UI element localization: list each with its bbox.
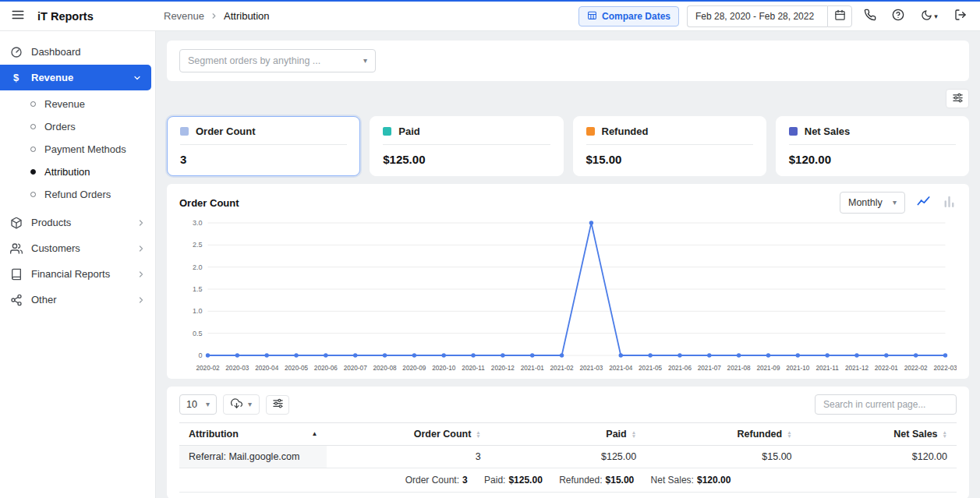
stat-card-paid[interactable]: Paid $125.00 (370, 116, 563, 176)
body-row: Dashboard $ Revenue Revenue Orders (0, 31, 980, 498)
stat-card-net-sales[interactable]: Net Sales $120.00 (776, 116, 969, 176)
logout-button[interactable] (950, 6, 971, 26)
chart-point (766, 353, 770, 357)
stat-card-refunded[interactable]: Refunded $15.00 (573, 116, 766, 176)
topbar-left: iT Reports (8, 6, 157, 26)
table-card: 10 ▾ ▾ (167, 387, 969, 498)
help-button[interactable] (888, 6, 908, 26)
caret-down-icon: ▾ (206, 401, 210, 408)
column-header-net-sales[interactable]: Net Sales ▲▼ (801, 423, 957, 446)
cell-refunded: $15.00 (646, 446, 801, 468)
column-header-order-count[interactable]: Order Count ▲▼ (327, 423, 490, 446)
x-tick-label: 2021-01 (521, 365, 544, 372)
stat-value: $15.00 (586, 145, 753, 166)
date-range-input[interactable] (687, 5, 827, 27)
logout-icon (954, 9, 967, 23)
summary-net-sales: Net Sales:$120.00 (651, 475, 731, 486)
line-chart-toggle[interactable] (916, 194, 931, 211)
sidebar-item-customers[interactable]: Customers (0, 235, 155, 261)
breadcrumb: Revenue Attribution (164, 10, 270, 22)
page-size-value: 10 (186, 399, 197, 410)
sidebar-subitem-payment-methods[interactable]: Payment Methods (0, 138, 155, 161)
chart-point (943, 353, 947, 357)
open-calendar-button[interactable] (827, 5, 852, 27)
summary-refunded: Refunded:$15.00 (559, 475, 634, 486)
date-range-picker (687, 5, 852, 27)
breadcrumb-parent[interactable]: Revenue (164, 10, 204, 22)
help-circle-icon (892, 9, 904, 23)
column-header-paid[interactable]: Paid ▲▼ (490, 423, 646, 446)
bullet-icon (30, 192, 36, 197)
app-root: iT Reports Revenue Attribution Compare D… (0, 0, 980, 498)
x-tick-label: 2022-02 (904, 365, 928, 372)
sidebar-item-label: Products (31, 217, 71, 228)
segment-select[interactable]: Segment orders by anything ... ▾ (179, 49, 376, 72)
bullet-icon (30, 124, 36, 129)
y-tick-label: 3.0 (193, 219, 203, 227)
table-filter-button[interactable] (266, 395, 289, 415)
metrics-settings-button[interactable] (946, 89, 969, 108)
chart-point (501, 353, 504, 357)
bar-chart-toggle[interactable] (942, 194, 957, 211)
theme-menu-button[interactable]: ▾ (916, 6, 943, 26)
compare-dates-button[interactable]: Compare Dates (578, 6, 679, 26)
x-tick-label: 2020-06 (314, 365, 338, 372)
chart-point (206, 353, 210, 357)
sort-icon: ▲▼ (787, 430, 791, 438)
export-button[interactable]: ▾ (223, 394, 260, 415)
stat-head: Paid (383, 125, 550, 145)
chart-point (294, 353, 298, 357)
x-tick-label: 2020-07 (344, 365, 367, 372)
sliders-icon (272, 397, 284, 411)
column-label: Net Sales (893, 429, 937, 440)
contact-support-button[interactable] (860, 6, 880, 26)
net-sales-swatch (789, 127, 798, 136)
chart-point (707, 353, 711, 357)
sidebar-subitem-attribution[interactable]: Attribution (0, 161, 155, 183)
sidebar-item-products[interactable]: Products (0, 210, 155, 235)
chart-controls: Monthly ▾ (840, 192, 957, 214)
stats-row: Order Count 3 Paid $125.00 Refunded (167, 116, 969, 176)
stat-card-order-count[interactable]: Order Count 3 (167, 116, 360, 176)
column-label: Refunded (737, 429, 782, 440)
chart-point (648, 353, 652, 357)
sidebar-item-dashboard[interactable]: Dashboard (0, 39, 155, 65)
app-title: iT Reports (37, 10, 94, 23)
sidebar-item-financial-reports[interactable]: Financial Reports (0, 261, 155, 287)
x-tick-label: 2021-04 (609, 365, 632, 372)
book-icon (9, 268, 23, 281)
cell-attribution: Referral: Mail.google.com (179, 446, 327, 468)
x-tick-label: 2021-02 (550, 365, 574, 372)
stat-value: $125.00 (383, 145, 550, 166)
x-tick-label: 2022-03 (933, 365, 957, 372)
sidebar-subitem-label: Revenue (44, 98, 85, 110)
compare-dates-label: Compare Dates (602, 11, 670, 22)
granularity-select[interactable]: Monthly ▾ (840, 192, 905, 214)
sidebar: Dashboard $ Revenue Revenue Orders (0, 31, 156, 498)
sidebar-item-label: Customers (31, 242, 80, 254)
x-tick-label: 2021-05 (639, 365, 662, 372)
share-nodes-icon (9, 294, 23, 306)
chart-point (383, 353, 387, 357)
x-tick-label: 2021-11 (815, 365, 839, 372)
sidebar-subitem-revenue[interactable]: Revenue (0, 93, 155, 115)
x-tick-label: 2020-09 (402, 365, 426, 372)
sidebar-item-other[interactable]: Other (0, 287, 155, 313)
cell-net-sales: $120.00 (801, 446, 957, 468)
chevron-right-icon (136, 244, 146, 253)
sidebar-item-revenue[interactable]: $ Revenue (0, 65, 151, 90)
sidebar-subitem-refund-orders[interactable]: Refund Orders (0, 183, 155, 206)
compare-calendar-icon (587, 10, 597, 23)
sliders-icon (952, 92, 964, 106)
chart-point (412, 353, 416, 357)
search-input[interactable] (815, 394, 957, 415)
column-header-attribution[interactable]: Attribution ▲ (179, 423, 327, 446)
menu-toggle-button[interactable] (8, 6, 28, 26)
stat-label: Net Sales (805, 125, 851, 137)
column-header-refunded[interactable]: Refunded ▲▼ (646, 423, 801, 446)
sidebar-subitem-orders[interactable]: Orders (0, 115, 155, 138)
sort-icon: ▲▼ (632, 430, 636, 438)
chart-point (678, 353, 681, 357)
page-size-select[interactable]: 10 ▾ (179, 394, 217, 415)
chart-point (825, 353, 829, 357)
